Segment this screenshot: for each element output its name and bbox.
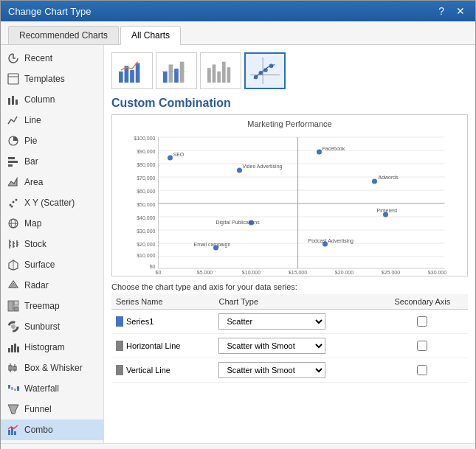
svg-text:$100,000: $100,000 (134, 136, 155, 141)
svg-point-12 (11, 206, 13, 208)
chart-icon-4[interactable] (244, 52, 286, 89)
svg-text:$0: $0 (156, 270, 162, 274)
hline-secondary-axis-cell (377, 334, 468, 358)
sidebar-label-pie: Pie (24, 136, 37, 146)
vline-chart-type-select[interactable]: Scatter with Smooth Lines Scatter Line C… (218, 362, 325, 378)
sidebar-item-histogram[interactable]: Histogram (1, 337, 103, 358)
table-row: Horizontal Line Scatter with Smooth Line… (111, 334, 468, 358)
chart-preview-title: Marketing Performance (117, 119, 463, 128)
svg-text:$80,000: $80,000 (137, 162, 155, 167)
sidebar-label-waterfall: Waterfall (24, 383, 59, 394)
combo-icon (7, 423, 20, 436)
sidebar-label-sunburst: Sunburst (24, 321, 60, 332)
sunburst-icon (7, 320, 20, 333)
svg-text:Adwords: Adwords (379, 175, 399, 180)
sidebar-label-recent: Recent (24, 53, 52, 63)
svg-rect-36 (17, 347, 19, 352)
hline-secondary-axis-checkbox[interactable] (417, 341, 427, 351)
pie-icon (7, 134, 20, 147)
svg-text:Video Advertising: Video Advertising (243, 164, 283, 170)
sidebar-item-column[interactable]: Column (1, 89, 103, 110)
svg-text:$60,000: $60,000 (137, 189, 155, 194)
sidebar-item-bar[interactable]: Bar (1, 151, 103, 172)
svg-text:$20,000: $20,000 (137, 242, 155, 247)
sidebar-item-xy-scatter[interactable]: X Y (Scatter) (1, 192, 103, 213)
col-secondary-axis: Secondary Axis (377, 294, 468, 310)
change-chart-type-dialog: Change Chart Type ? ✕ Recommended Charts… (0, 0, 476, 449)
svg-text:Email campaign: Email campaign (194, 242, 231, 248)
sidebar-item-treemap[interactable]: Treemap (1, 296, 103, 316)
svg-text:$10,000: $10,000 (242, 270, 261, 274)
sidebar-item-combo[interactable]: Combo (1, 420, 103, 440)
svg-text:Podcast Advertising: Podcast Advertising (308, 238, 354, 244)
hline-chart-type-select[interactable]: Scatter with Smooth Lines Scatter Line C… (218, 338, 325, 354)
svg-rect-28 (8, 301, 13, 311)
series1-dropdown-wrapper: Scatter Scatter with Smooth Lines Line C… (218, 313, 325, 330)
vline-secondary-axis-cell (377, 358, 468, 383)
sidebar-item-waterfall[interactable]: Waterfall (1, 378, 103, 399)
vline-secondary-axis-checkbox[interactable] (417, 365, 427, 375)
vline-dropdown-wrapper: Scatter with Smooth Lines Scatter Line C… (218, 362, 325, 378)
series1-chart-type-select[interactable]: Scatter Scatter with Smooth Lines Line C… (218, 313, 325, 330)
svg-rect-60 (217, 72, 221, 83)
svg-text:Pinterest: Pinterest (377, 208, 398, 213)
tab-recommended[interactable]: Recommended Charts (8, 26, 119, 44)
sidebar-label-templates: Templates (24, 74, 65, 84)
sidebar-item-templates[interactable]: Templates (1, 69, 103, 89)
svg-point-10 (13, 201, 15, 203)
series1-secondary-axis-checkbox[interactable] (417, 316, 427, 327)
sidebar-item-surface[interactable]: Surface (1, 254, 103, 275)
sidebar-item-stock[interactable]: Stock (1, 234, 103, 254)
hline-name: Horizontal Line (126, 341, 180, 350)
svg-rect-53 (163, 72, 168, 83)
svg-text:$15,000: $15,000 (289, 270, 307, 274)
svg-rect-7 (8, 161, 18, 163)
svg-point-11 (15, 199, 18, 201)
help-button[interactable]: ? (435, 5, 447, 17)
svg-text:Digital Publications: Digital Publications (216, 220, 261, 226)
vline-name: Vertical Line (126, 366, 170, 375)
chart-icon-1[interactable] (111, 52, 153, 89)
svg-text:$70,000: $70,000 (137, 175, 155, 181)
xy-scatter-icon (7, 196, 20, 209)
sidebar-item-area[interactable]: Area (1, 172, 103, 192)
svg-text:$10,000: $10,000 (137, 253, 155, 258)
sidebar-label-combo: Combo (24, 425, 53, 435)
sidebar: Recent Templates Column Line (1, 45, 104, 443)
svg-rect-56 (180, 62, 184, 83)
svg-rect-51 (130, 70, 134, 83)
sidebar-item-recent[interactable]: Recent (1, 48, 103, 69)
series-table: Series Name Chart Type Secondary Axis Se… (111, 294, 468, 383)
svg-point-107 (372, 179, 377, 184)
dialog-title: Change Chart Type (8, 6, 92, 17)
bar-icon (7, 155, 20, 168)
chart-type-icons-row (111, 52, 468, 89)
line-icon (7, 114, 20, 127)
chart-icon-2[interactable] (156, 52, 197, 89)
table-row: Vertical Line Scatter with Smooth Lines … (111, 358, 468, 383)
svg-rect-0 (8, 74, 18, 84)
sidebar-item-pie[interactable]: Pie (1, 130, 103, 151)
sidebar-item-box-whisker[interactable]: Box & Whisker (1, 358, 103, 378)
svg-rect-62 (227, 67, 231, 83)
surface-icon (7, 258, 20, 271)
title-bar: Change Chart Type ? ✕ (1, 1, 475, 21)
close-button[interactable]: ✕ (453, 5, 468, 17)
sidebar-item-funnel[interactable]: Funnel (1, 399, 103, 420)
svg-rect-29 (14, 301, 18, 305)
sidebar-label-stock: Stock (24, 239, 46, 249)
svg-text:$50,000: $50,000 (137, 202, 155, 207)
sidebar-label-line: Line (24, 115, 41, 125)
svg-text:$90,000: $90,000 (137, 149, 155, 154)
sidebar-label-treemap: Treemap (24, 301, 60, 311)
svg-rect-30 (14, 307, 18, 311)
sidebar-label-area: Area (24, 177, 43, 187)
waterfall-icon (7, 382, 20, 395)
tab-all-charts[interactable]: All Charts (120, 26, 181, 45)
sidebar-item-sunburst[interactable]: Sunburst (1, 316, 103, 337)
sidebar-item-line[interactable]: Line (1, 110, 103, 130)
sidebar-item-radar[interactable]: Radar (1, 275, 103, 296)
chart-icon-3[interactable] (200, 52, 241, 89)
series1-secondary-axis-cell (377, 310, 468, 334)
sidebar-item-map[interactable]: Map (1, 213, 103, 234)
